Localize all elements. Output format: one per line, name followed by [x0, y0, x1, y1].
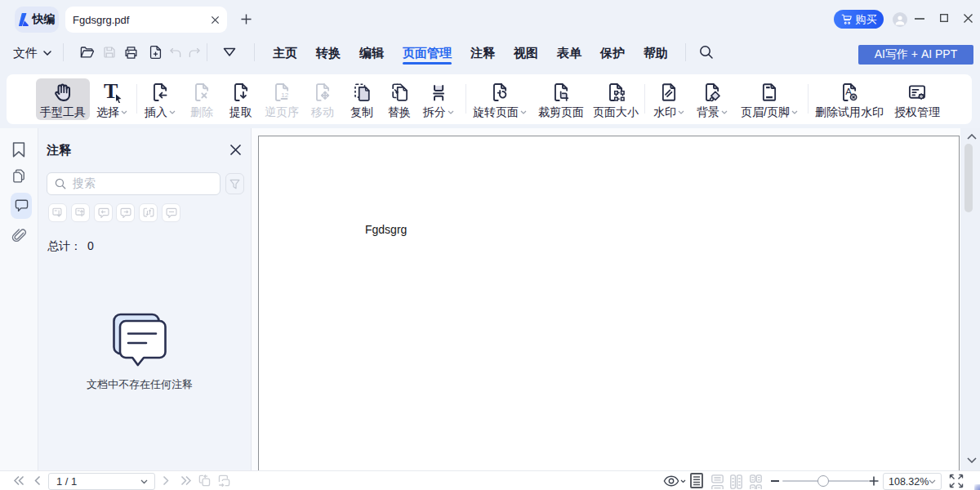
svg-text:12: 12 — [281, 91, 289, 99]
